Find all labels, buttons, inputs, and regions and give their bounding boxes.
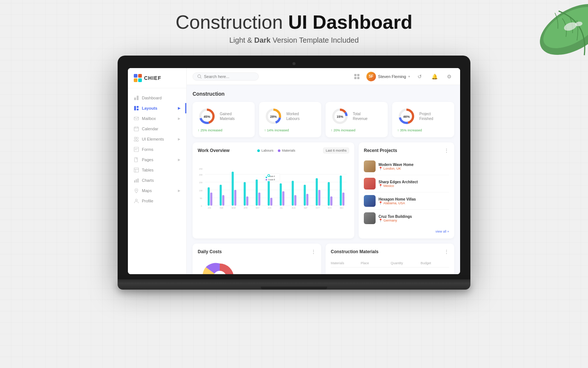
- sidebar-item-layouts[interactable]: Layouts ▶: [128, 103, 186, 113]
- project-item-1[interactable]: Modern Wave Home 📍 London, UK: [364, 158, 449, 175]
- notification-button[interactable]: 🔔: [429, 71, 440, 82]
- tables-icon: [134, 167, 139, 173]
- svg-rect-38: [354, 77, 356, 79]
- chief-logo-icon: [134, 74, 142, 82]
- user-avatar: SF: [366, 72, 376, 81]
- sidebar-item-mailbox[interactable]: Mailbox ▶: [128, 113, 186, 124]
- project-item-4[interactable]: Cruz Ton Buildings 📍 Germany: [364, 210, 449, 227]
- search-icon: [197, 74, 202, 79]
- daily-costs-menu[interactable]: ⋮: [311, 249, 316, 255]
- calendar-icon: [134, 126, 139, 131]
- project-location-2: 📍 Mexico: [379, 184, 418, 188]
- svg-point-18: [135, 137, 136, 139]
- home-icon: [134, 95, 139, 100]
- svg-text:MAY: MAY: [256, 207, 260, 209]
- donut-chart-revenue: 15%: [331, 107, 349, 125]
- ui-elements-icon: [134, 137, 139, 142]
- svg-rect-72: [234, 190, 236, 206]
- donut-chart-materials: 45%: [198, 107, 216, 125]
- svg-text:AUG: AUG: [292, 207, 296, 209]
- col-budget: Budget: [421, 261, 449, 265]
- sidebar-item-charts[interactable]: Charts: [128, 175, 186, 185]
- svg-text:46%: 46%: [403, 115, 410, 118]
- svg-text:OCT: OCT: [316, 207, 320, 209]
- svg-rect-85: [280, 183, 282, 205]
- svg-rect-91: [316, 178, 318, 206]
- chart-filter-button[interactable]: Last 6 months: [323, 148, 349, 153]
- recent-projects-title: Recent Projects: [364, 148, 397, 153]
- col-quantity: Quantity: [391, 261, 419, 265]
- sidebar-item-forms[interactable]: Forms: [128, 144, 186, 155]
- svg-rect-13: [134, 117, 139, 120]
- sidebar-item-ui-elements[interactable]: UI Elements ▶: [128, 134, 186, 144]
- refresh-button[interactable]: ↺: [415, 71, 425, 82]
- svg-text:DEC: DEC: [340, 207, 344, 209]
- search-input[interactable]: [204, 74, 248, 79]
- legend-dot-cyan: [257, 149, 260, 152]
- sidebar-item-maps[interactable]: Maps ▶: [128, 185, 186, 196]
- page-main-title: Construction UI Dashboard: [176, 11, 412, 33]
- recent-projects-card: Recent Projects ⋮ Modern Wave Home 📍 Lon…: [359, 142, 454, 238]
- sidebar-item-profile[interactable]: Profile: [128, 196, 186, 206]
- materials-menu[interactable]: ⋮: [444, 249, 449, 255]
- leaf-decoration: [514, 0, 588, 81]
- project-name-4: Cruz Ton Buildings: [379, 215, 412, 219]
- recent-projects-menu[interactable]: ⋮: [444, 148, 449, 153]
- stat-label-materials: GainedMaterials: [220, 112, 235, 121]
- search-bar[interactable]: [193, 72, 259, 81]
- sidebar: CHIEF Dashboard Layouts ▶: [128, 68, 187, 274]
- svg-text:100: 100: [199, 190, 202, 192]
- project-item-3[interactable]: Hexagon Home Villas 📍 Alabama, USA: [364, 192, 449, 210]
- legend-labours: Labours: [257, 149, 273, 152]
- daily-costs-card: Daily Costs ⋮: [193, 244, 321, 274]
- grid-view-button[interactable]: [352, 71, 362, 82]
- sidebar-item-dashboard[interactable]: Dashboard: [128, 93, 186, 103]
- sidebar-navigation: Dashboard Layouts ▶ Mailbox ▶: [128, 88, 186, 210]
- svg-text:50: 50: [200, 197, 202, 199]
- view-all-link[interactable]: view all »: [364, 230, 449, 233]
- svg-point-21: [137, 140, 139, 142]
- col-materials: Materials: [331, 261, 359, 265]
- daily-costs-title: Daily Costs: [198, 249, 222, 254]
- project-name-3: Hexagon Home Villas: [379, 197, 416, 201]
- project-location-1: 📍 London, UK: [379, 167, 413, 170]
- sidebar-item-tables[interactable]: Tables: [128, 165, 186, 175]
- svg-text:APR: APR: [244, 207, 248, 209]
- legend-dot-purple: [278, 149, 280, 152]
- settings-button[interactable]: ⚙: [444, 71, 454, 82]
- sidebar-item-calendar[interactable]: Calendar: [128, 124, 186, 134]
- svg-rect-36: [354, 74, 356, 76]
- svg-line-35: [201, 77, 202, 78]
- col-place: Place: [361, 261, 390, 265]
- svg-rect-20: [134, 140, 136, 141]
- construction-materials-card: Construction Materials ⋮ Materials Place…: [326, 244, 454, 274]
- topbar: SF Steven Fleming ▾ ↺ 🔔 ⚙: [187, 68, 460, 85]
- sidebar-item-pages[interactable]: Pages ▶: [128, 155, 186, 165]
- daily-costs-pie: [198, 259, 242, 274]
- svg-text:28%: 28%: [270, 115, 277, 118]
- svg-rect-67: [208, 187, 210, 206]
- svg-text:NOV: NOV: [328, 207, 332, 209]
- project-item-2[interactable]: Sharp Edges Architect 📍 Mexico: [364, 175, 449, 192]
- legend-materials: Materials: [278, 149, 295, 152]
- svg-rect-11: [137, 106, 139, 108]
- svg-point-80: [266, 177, 267, 178]
- svg-text:JUL: JUL: [280, 207, 283, 209]
- svg-rect-26: [134, 168, 139, 172]
- svg-rect-14: [134, 127, 139, 131]
- svg-text:250: 250: [199, 168, 202, 170]
- svg-rect-90: [306, 194, 309, 206]
- svg-rect-29: [134, 180, 135, 183]
- construction-materials-title: Construction Materials: [331, 249, 379, 254]
- svg-rect-31: [137, 178, 139, 183]
- svg-text:SEP: SEP: [304, 207, 308, 209]
- work-overview-title: Work Overview: [198, 148, 229, 153]
- user-menu[interactable]: SF Steven Fleming ▾: [366, 72, 410, 81]
- svg-rect-9: [137, 96, 139, 100]
- svg-point-82: [266, 179, 267, 180]
- project-thumb-1: [364, 160, 376, 172]
- svg-rect-39: [357, 77, 359, 79]
- charts-icon: [134, 178, 139, 183]
- svg-rect-69: [220, 185, 222, 206]
- mailbox-arrow: ▶: [178, 117, 180, 120]
